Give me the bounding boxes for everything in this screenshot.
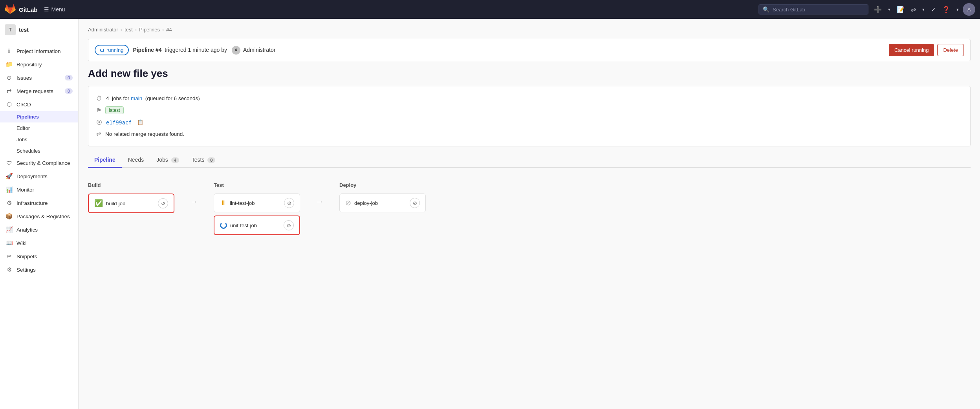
main-content: Administrator › test › Pipelines › #4 ru… [79, 19, 980, 409]
top-navigation: GitLab ☰ Menu 🔍 ➕ ▾ 📝 ⇄ ▾ ✓ ❓ ▾ A [0, 0, 980, 19]
job-build-job[interactable]: ✅ build-job ↺ [88, 194, 174, 213]
tab-jobs[interactable]: Jobs 4 [150, 153, 185, 168]
retry-build-button[interactable]: ↺ [158, 198, 168, 208]
pipeline-tabs: Pipeline Needs Jobs 4 Tests 0 [88, 153, 971, 168]
breadcrumb-pipelines[interactable]: Pipelines [139, 27, 160, 33]
help-dropdown-icon[interactable]: ▾ [954, 5, 961, 15]
tab-pipeline[interactable]: Pipeline [88, 153, 122, 168]
latest-tag: latest [105, 106, 124, 114]
sidebar-item-security-compliance[interactable]: 🛡 Security & Compliance [0, 157, 78, 170]
jobs-tab-badge: 4 [171, 157, 179, 163]
job-deploy-job[interactable]: ⊘ deploy-job ⊘ [339, 194, 426, 212]
sidebar-sub-jobs[interactable]: Jobs [0, 134, 78, 145]
breadcrumb-test[interactable]: test [125, 27, 133, 33]
running-spinner [100, 48, 104, 52]
cancel-unit-button[interactable]: ⊘ [284, 220, 294, 230]
sidebar-item-issues[interactable]: ⊙ Issues 0 [0, 71, 78, 84]
sidebar-item-merge-requests[interactable]: ⇄ Merge requests 0 [0, 84, 78, 98]
pipeline-title: Add new file yes [88, 68, 971, 80]
sidebar-item-analytics[interactable]: 📈 Analytics [0, 223, 78, 236]
breadcrumb-admin[interactable]: Administrator [88, 27, 118, 33]
breadcrumb-sep-1: › [121, 27, 122, 33]
connector-build-test: → [190, 182, 198, 206]
monitor-icon: 📊 [5, 186, 13, 193]
cancel-lint-button[interactable]: ⊘ [284, 198, 294, 208]
user-avatar[interactable]: A [963, 3, 975, 16]
tab-tests[interactable]: Tests 0 [185, 153, 222, 168]
connector-test-deploy: → [316, 182, 324, 206]
running-icon [220, 222, 227, 229]
sidebar-item-infrastructure[interactable]: ⚙ Infrastructure [0, 196, 78, 210]
sidebar-item-project-information[interactable]: ℹ Project information [0, 44, 78, 58]
sidebar-item-deployments[interactable]: 🚀 Deployments [0, 170, 78, 183]
project-name: test [19, 27, 29, 33]
snippets-icon: ✂ [5, 253, 13, 260]
sidebar-item-packages-registries[interactable]: 📦 Packages & Registries [0, 210, 78, 223]
cancel-deploy-button[interactable]: ⊘ [410, 198, 420, 208]
settings-icon: ⚙ [5, 266, 13, 273]
menu-button[interactable]: ☰ Menu [41, 5, 68, 14]
merge-dropdown-icon[interactable]: ▾ [920, 5, 927, 15]
hamburger-icon: ☰ [44, 6, 49, 13]
commit-link[interactable]: e1f99acf [106, 119, 132, 126]
project-header[interactable]: T test [0, 19, 78, 41]
commit-icon: ⦿ [96, 119, 102, 126]
breadcrumb-sep-2: › [135, 27, 137, 33]
sidebar-sub-pipelines[interactable]: Pipelines [0, 111, 78, 122]
stage-deploy: Deploy ⊘ deploy-job ⊘ [339, 182, 426, 212]
gitlab-wordmark: GitLab [19, 6, 38, 13]
job-unit-test-name: unit-test-job [230, 223, 280, 228]
merge-requests-icon[interactable]: ⇄ [909, 4, 918, 16]
sidebar-sub-editor[interactable]: Editor [0, 122, 78, 134]
clock-icon: ⏱ [96, 95, 102, 102]
sidebar-item-cicd[interactable]: ⬡ CI/CD [0, 98, 78, 111]
job-lint-test-job[interactable]: ⏸ lint-test-job ⊘ [214, 194, 300, 212]
merge-requests-nav-icon: ⇄ [5, 88, 13, 95]
jobs-info-row: ⏱ 4 jobs for main (queued for 6 seconds) [96, 93, 962, 104]
sidebar-sub-schedules[interactable]: Schedules [0, 145, 78, 157]
security-icon: 🛡 [5, 160, 13, 166]
sidebar-navigation: ℹ Project information 📁 Repository ⊙ Iss… [0, 41, 78, 279]
tag-row: ⚑ latest [96, 104, 962, 117]
merge-requests-row: ⇄ No related merge requests found. [96, 128, 962, 140]
running-badge: running [95, 45, 129, 55]
sidebar-item-wiki[interactable]: 📖 Wiki [0, 236, 78, 250]
stage-test-label: Test [214, 182, 300, 188]
create-dropdown-button[interactable]: ▾ [886, 5, 893, 15]
pipeline-actions: Cancel running Delete [889, 44, 964, 56]
gitlab-logo[interactable]: GitLab [5, 4, 38, 15]
breadcrumb-current: #4 [166, 27, 172, 33]
commit-row: ⦿ e1f99acf 📋 [96, 117, 962, 128]
stage-build-label: Build [88, 182, 174, 188]
stage-deploy-label: Deploy [339, 182, 426, 188]
cancel-running-button[interactable]: Cancel running [889, 44, 934, 56]
global-search[interactable]: 🔍 [758, 4, 868, 15]
sidebar-item-monitor[interactable]: 📊 Monitor [0, 183, 78, 196]
tests-tab-badge: 0 [207, 157, 215, 163]
repository-icon: 📁 [5, 61, 13, 68]
copy-commit-button[interactable]: 📋 [137, 119, 143, 125]
todo-icon[interactable]: ✓ [929, 4, 938, 16]
nav-icon-group: ➕ ▾ 📝 ⇄ ▾ ✓ ❓ ▾ A [872, 3, 975, 16]
help-icon[interactable]: ❓ [940, 4, 953, 16]
code-review-icon[interactable]: 📝 [894, 4, 907, 16]
page-layout: T test ℹ Project information 📁 Repositor… [0, 19, 980, 409]
search-input[interactable] [773, 7, 864, 13]
create-new-button[interactable]: ➕ [872, 4, 884, 16]
branch-link[interactable]: main [131, 95, 142, 101]
stage-build: Build ✅ build-job ↺ [88, 182, 174, 213]
tab-needs[interactable]: Needs [122, 153, 150, 168]
delete-pipeline-button[interactable]: Delete [937, 44, 964, 56]
job-deploy-name: deploy-job [354, 200, 407, 206]
sidebar-item-repository[interactable]: 📁 Repository [0, 58, 78, 71]
paused-icon: ⏸ [220, 199, 227, 207]
sidebar-item-settings[interactable]: ⚙ Settings [0, 263, 78, 276]
wiki-icon: 📖 [5, 239, 13, 246]
issues-icon: ⊙ [5, 74, 13, 81]
sidebar-item-snippets[interactable]: ✂ Snippets [0, 250, 78, 263]
job-unit-test-job[interactable]: unit-test-job ⊘ [214, 215, 300, 235]
breadcrumb: Administrator › test › Pipelines › #4 [88, 27, 971, 33]
issues-badge: 0 [65, 75, 73, 80]
skipped-icon: ⊘ [345, 199, 351, 207]
pipeline-stages: Build ✅ build-job ↺ → Test ⏸ lint-test-j… [88, 176, 971, 241]
